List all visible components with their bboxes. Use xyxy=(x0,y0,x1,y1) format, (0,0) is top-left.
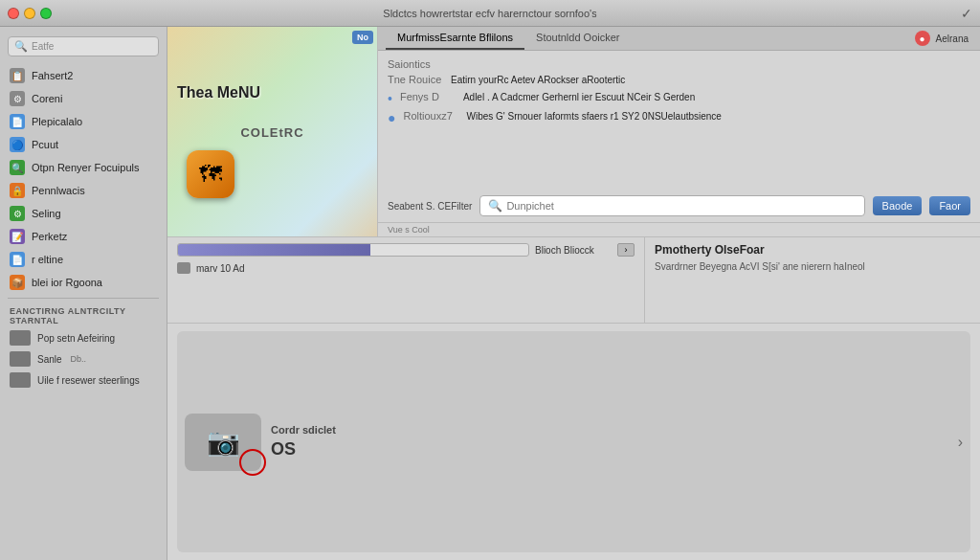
sidebar-item-pennlwacis[interactable]: 🔒 Pennlwacis xyxy=(0,179,167,202)
info-row-roltiouxz: ● Roltiouxz7 Wibes G' Srnouer Iaformts s… xyxy=(388,110,970,125)
main-container: 🔍 Eatfe 📋 Fahsert2 ⚙ Coreni 📄 Plepicalal… xyxy=(0,27,980,560)
info-label-roltiouxz: Roltiouxz7 xyxy=(403,110,460,122)
close-button[interactable] xyxy=(8,8,19,19)
info-label-saiontics: Saiontics xyxy=(388,58,445,70)
sidebar-item-bleior[interactable]: 📦 blei ior Rgoona xyxy=(0,271,167,294)
sidebar-item-reltine[interactable]: 📄 r eltine xyxy=(0,248,167,271)
view-label: Vue s Cool xyxy=(378,223,980,236)
info-tab-right: ● Aelrana xyxy=(911,27,972,50)
sidebar-label-seling: Seling xyxy=(32,208,61,219)
red-circle-indicator xyxy=(239,449,266,476)
sidebar-section-label: Eanctirng AlNtrcilty Starntal xyxy=(0,302,167,327)
sidebar-bottom-badge-sanle: Db.. xyxy=(71,354,87,364)
bottom-label: Cordr sdiclet xyxy=(271,424,948,436)
middle-list-icon xyxy=(177,262,190,274)
minimize-button[interactable] xyxy=(24,8,35,19)
app-icon-container: 🗺 xyxy=(187,150,234,198)
bottom-text-area: Cordr sdiclet OS xyxy=(271,424,948,459)
sidebar-label-reltine: r eltine xyxy=(32,254,63,265)
sidebar-bottom-sanle[interactable]: Sanle Db.. xyxy=(0,348,167,370)
bottom-inner: 📷 Cordr sdiclet OS › xyxy=(177,331,970,552)
info-value-roltiouxz: Wibes G' Srnouer Iaformts sfaers r1 SY2 … xyxy=(466,110,970,123)
browse-button[interactable]: Baode xyxy=(873,196,923,215)
bottom-panel: 📷 Cordr sdiclet OS › xyxy=(167,324,980,560)
middle-panel: Blioch Bliocck › marv 10 Ad Pmotherty Ol… xyxy=(167,237,980,324)
sidebar-label-fahsert2: Fahsert2 xyxy=(32,70,73,81)
middle-right-title: Pmotherty OlseFoar xyxy=(655,243,970,257)
sidebar-icon-bleior: 📦 xyxy=(10,275,25,290)
tab-murfmiss[interactable]: MurfmissEsarnte Bflilons xyxy=(386,27,524,50)
sidebar-icon-reltine: 📄 xyxy=(10,252,25,267)
sidebar-label-pcuut: Pcuut xyxy=(32,139,58,150)
sidebar-item-seling[interactable]: ⚙ Seling xyxy=(0,202,167,225)
sidebar-label-perketz: Perketz xyxy=(32,231,67,242)
progress-bar-fill xyxy=(178,244,370,256)
sidebar-bottom-uile[interactable]: Uile f resewer steerlings xyxy=(0,370,167,391)
middle-list-item: marv 10 Ad xyxy=(177,260,635,276)
checkmark-icon: ✓ xyxy=(961,6,972,21)
info-row-tne: Tne Rouice Eatirn yourRc Aetev ARockser … xyxy=(388,74,970,87)
sidebar-bottom-icon-uile xyxy=(10,372,31,388)
sidebar-item-perketz[interactable]: 📝 Perketz xyxy=(0,225,167,248)
sidebar: 🔍 Eatfe 📋 Fahsert2 ⚙ Coreni 📄 Plepicalal… xyxy=(0,27,167,560)
middle-left: Blioch Bliocck › marv 10 Ad xyxy=(167,237,645,323)
info-content: Saiontics Tne Rouice Eatirn yourRc Aetev… xyxy=(378,51,980,190)
search-section: Seabent S. CEFilter 🔍 Baode Faor xyxy=(378,190,980,223)
tab-stoutnldd[interactable]: Stoutnldd Ooicker xyxy=(524,27,631,50)
search-input[interactable] xyxy=(506,200,856,212)
collection-label: COLEtRC xyxy=(240,124,303,139)
middle-list-label: marv 10 Ad xyxy=(196,263,245,274)
search-small-icon: 🔍 xyxy=(488,199,502,213)
info-row-saiontics: Saiontics xyxy=(388,58,970,70)
search-placeholder: Eatfe xyxy=(32,41,54,52)
search-input-wrap[interactable]: 🔍 xyxy=(479,195,864,216)
bullet-icon-fenys: • xyxy=(388,91,392,106)
info-label-fenys: Fenys D xyxy=(400,91,457,102)
camera-icon: 📷 xyxy=(207,426,240,458)
sidebar-icon-otpn: 🔍 xyxy=(10,160,25,175)
sidebar-icon-seling: ⚙ xyxy=(10,206,25,221)
maximize-button[interactable] xyxy=(40,8,52,19)
window-controls[interactable] xyxy=(8,8,52,19)
sidebar-bottom-pop[interactable]: Pop setn Aefeiring xyxy=(0,327,167,348)
info-value-fenys: Adlel . A Cadcmer Gerhernl ier Escuut NC… xyxy=(463,91,970,104)
info-panel: MurfmissEsarnte Bflilons Stoutnldd Ooick… xyxy=(378,27,980,236)
sidebar-icon-perketz: 📝 xyxy=(10,229,25,244)
bottom-os-label: OS xyxy=(271,439,948,459)
sidebar-icon-pcuut: 🔵 xyxy=(10,137,25,152)
app-icon-glyph: 🗺 xyxy=(199,161,222,188)
sidebar-item-coreni[interactable]: ⚙ Coreni xyxy=(0,87,167,110)
map-area: No Thea MeNU 🗺 COLEtRC xyxy=(167,27,378,236)
sidebar-label-pennlwacis: Pennlwacis xyxy=(32,185,85,196)
app-name-overlay: Thea MeNU xyxy=(177,84,260,101)
sidebar-label-bleior: blei ior Rgoona xyxy=(32,277,102,288)
info-row-fenys: • Fenys D Adlel . A Cadcmer Gerhernl ier… xyxy=(388,91,970,106)
title-bar-right: ✓ xyxy=(961,6,972,21)
sidebar-label-plepicalalo: Plepicalalo xyxy=(32,116,82,127)
progress-mini-btn[interactable]: › xyxy=(617,243,635,257)
progress-bar-label: Blioch Bliocck xyxy=(535,245,612,256)
info-value-tne: Eatirn yourRc Aetev ARockser aRootertic xyxy=(451,74,970,87)
info-tab-alert-icon: ● xyxy=(915,31,930,46)
bullet-icon-roltiouxz: ● xyxy=(388,110,395,125)
sidebar-item-otpn[interactable]: 🔍 Otpn Renyer Focuipuls xyxy=(0,156,167,179)
progress-bar xyxy=(177,243,529,257)
find-button[interactable]: Faor xyxy=(929,196,970,215)
progress-bar-wrap: Blioch Bliocck › xyxy=(177,243,635,257)
sidebar-icon-fahsert2: 📋 xyxy=(10,68,25,83)
search-icon: 🔍 xyxy=(14,40,28,53)
sidebar-item-pcuut[interactable]: 🔵 Pcuut xyxy=(0,133,167,156)
top-panel: No Thea MeNU 🗺 COLEtRC MurfmissEsarnte B… xyxy=(167,27,980,237)
sidebar-bottom-icon-sanle xyxy=(10,351,31,367)
info-label-tne: Tne Rouice xyxy=(388,74,445,85)
sidebar-bottom-label-uile: Uile f resewer steerlings xyxy=(37,375,140,386)
sidebar-icon-plepicalalo: 📄 xyxy=(10,114,25,129)
camera-icon-wrap: 📷 xyxy=(185,414,261,471)
sidebar-label-otpn: Otpn Renyer Focuipuls xyxy=(32,162,140,173)
sidebar-bottom-label-pop: Pop setn Aefeiring xyxy=(37,333,115,344)
window-title: Sldctcs howrertstar ecfv harernctour sor… xyxy=(383,8,596,19)
chevron-right-icon: › xyxy=(958,434,963,451)
sidebar-search[interactable]: 🔍 Eatfe xyxy=(8,36,159,56)
sidebar-item-plepicalalo[interactable]: 📄 Plepicalalo xyxy=(0,110,167,133)
sidebar-item-fahsert2[interactable]: 📋 Fahsert2 xyxy=(0,64,167,87)
